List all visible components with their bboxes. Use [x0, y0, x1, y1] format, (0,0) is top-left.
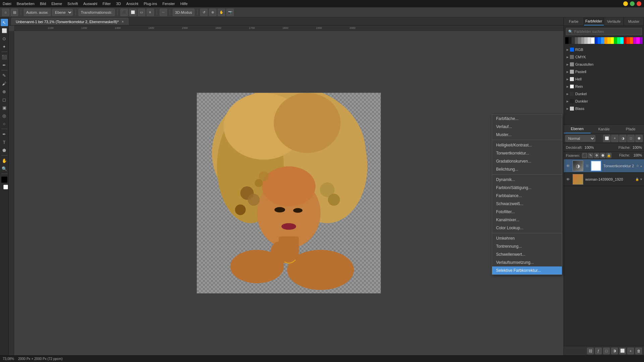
lock-transparent-btn[interactable]: ⬛: [582, 153, 587, 158]
menu-ebene[interactable]: Ebene: [51, 2, 62, 6]
color-group-hell[interactable]: ▶ Hell: [565, 75, 643, 83]
color-chip-black[interactable]: [565, 37, 569, 44]
more-options-btn[interactable]: ···: [160, 9, 167, 16]
pan-btn[interactable]: ✋: [218, 9, 225, 16]
color-chip-magenta[interactable]: [636, 37, 640, 44]
color-group-rein[interactable]: ▶ Rein: [565, 83, 643, 90]
layer-visibility-tonwert2[interactable]: 👁: [565, 163, 571, 169]
brush-tool[interactable]: 🖌: [1, 80, 8, 87]
mode-3d-btn[interactable]: 3D-Modus: [173, 9, 195, 16]
autom-select-btn[interactable]: Autom. ausw.: [24, 9, 51, 16]
color-chip-purple2[interactable]: [640, 37, 643, 44]
hand-tool[interactable]: ✋: [1, 157, 8, 164]
lock-move-btn[interactable]: ✥: [594, 153, 599, 158]
lock-artboard-btn[interactable]: ⬟: [600, 153, 605, 158]
color-chip-5[interactable]: [581, 37, 585, 44]
menu-belichtung[interactable]: Belichtung...: [492, 165, 562, 173]
color-chip-blue1[interactable]: [595, 37, 598, 44]
tab-farbfelder[interactable]: Farbfelder: [584, 17, 604, 25]
new-group-btn[interactable]: ⬜: [603, 135, 610, 142]
color-chip-7[interactable]: [588, 37, 591, 44]
opacity-value[interactable]: 100%: [585, 145, 594, 149]
camera-btn[interactable]: 📷: [226, 9, 234, 16]
dodge-tool[interactable]: ○: [1, 120, 8, 127]
menu-hilfe[interactable]: Hilfe: [180, 2, 187, 6]
menu-fenster[interactable]: Fenster: [162, 2, 175, 6]
menu-tontrennung[interactable]: Tontrennung...: [492, 242, 562, 250]
document-tab[interactable]: Unbenannt-1 bei 73,1% (Tonwertkorrektur …: [11, 18, 128, 25]
menu-selektive-farb[interactable]: Selektive Farbkorrektur...: [492, 266, 562, 275]
background-color[interactable]: [3, 185, 8, 189]
minimize-button[interactable]: [623, 1, 628, 6]
layer-visibility-woman[interactable]: 👁: [565, 177, 571, 182]
maximize-button[interactable]: [630, 1, 635, 6]
tool-options-btn[interactable]: ▤: [11, 9, 18, 16]
menu-dynamik[interactable]: Dynamik...: [492, 176, 562, 184]
menu-verlaufsumsetzung[interactable]: Verlaufsumsetzung...: [492, 258, 562, 266]
filter-btn[interactable]: ⬟: [635, 135, 643, 142]
select-tool[interactable]: ⬜: [1, 27, 8, 34]
eraser-tool[interactable]: ◻: [1, 96, 8, 103]
color-chip-blue3[interactable]: [601, 37, 604, 44]
menu-kanalmixer[interactable]: Kanalmixer...: [492, 216, 562, 224]
gradient-tool[interactable]: ▣: [1, 104, 8, 111]
menu-gradation[interactable]: Gradationskurven...: [492, 157, 562, 165]
lasso-tool[interactable]: ⊙: [1, 35, 8, 42]
align-center-btn[interactable]: ⬜: [129, 9, 137, 16]
menu-schwarzweiss[interactable]: Schwarzweiß...: [492, 200, 562, 208]
zoom-tool-btn[interactable]: ⊕: [209, 9, 216, 16]
home-button[interactable]: ⌂: [2, 9, 9, 16]
transformation-btn[interactable]: Transformationsstr.: [78, 9, 115, 16]
delete-layer-btn[interactable]: 🗑: [635, 348, 642, 354]
color-chip-purple1[interactable]: [633, 37, 636, 44]
crop-tool[interactable]: ⬛: [1, 53, 8, 61]
lock-all-btn[interactable]: 🔒: [606, 153, 611, 158]
blur-tool[interactable]: ◎: [1, 112, 8, 119]
menu-verlauf[interactable]: Verlauf...: [492, 123, 562, 131]
menu-muster[interactable]: Muster...: [492, 131, 562, 139]
new-layer-btn[interactable]: +: [611, 135, 619, 142]
distribute-btn[interactable]: ≡: [147, 9, 154, 16]
color-chip-green2[interactable]: [617, 37, 621, 44]
tab-pfade[interactable]: Pfade: [617, 125, 644, 133]
menu-farbton[interactable]: Farbton/Sättigung...: [492, 184, 562, 192]
color-group-pastell[interactable]: ▶ Pastell: [565, 68, 643, 75]
menu-color-lookup[interactable]: Color Lookup...: [492, 224, 562, 232]
menu-3d[interactable]: 3D: [116, 2, 121, 6]
menu-farbbalance[interactable]: Farbbalance...: [492, 192, 562, 200]
color-chip-6[interactable]: [584, 37, 588, 44]
lock-image-btn[interactable]: ✎: [588, 153, 593, 158]
menu-umkehren[interactable]: Umkehren: [492, 234, 562, 242]
menu-schwellenwert[interactable]: Schwellenwert...: [492, 250, 562, 258]
magic-wand-tool[interactable]: ✦: [1, 43, 8, 50]
tab-muster[interactable]: Muster: [624, 17, 644, 25]
color-chip-cyan[interactable]: [620, 37, 624, 44]
pen-tool[interactable]: ✒: [1, 130, 8, 138]
layer-item-woman[interactable]: 👁 woman-1439909_1920 🔒 ▼: [564, 173, 644, 186]
color-chip-2[interactable]: [572, 37, 575, 44]
menu-flaeche[interactable]: Farbfläche...: [492, 115, 562, 123]
tab-verlaeufe[interactable]: Verläufe: [604, 17, 624, 25]
color-search-input[interactable]: [574, 29, 640, 34]
color-group-dunkel[interactable]: ▶ Dunkel: [565, 90, 643, 98]
heal-tool[interactable]: ✎: [1, 72, 8, 79]
menu-bearbeiten[interactable]: Bearbeiten: [17, 2, 35, 6]
color-chip-orange[interactable]: [604, 37, 608, 44]
color-chip-red2[interactable]: [627, 37, 630, 44]
color-group-blass[interactable]: ▶ Blass: [565, 105, 643, 112]
add-style-btn[interactable]: ƒ: [595, 348, 602, 354]
menu-schrift[interactable]: Schrift: [67, 2, 78, 6]
align-right-btn[interactable]: ▭: [138, 9, 145, 16]
move-tool[interactable]: ↖: [1, 19, 8, 26]
adjustment-btn[interactable]: ◑: [619, 135, 627, 142]
add-mask-btn[interactable]: □: [603, 348, 610, 354]
ebene-dropdown[interactable]: Ebene: [52, 9, 73, 16]
color-group-dunkler[interactable]: ▶ Dunkler: [565, 98, 643, 105]
menu-ansicht[interactable]: Ansicht: [126, 2, 138, 6]
close-button[interactable]: [637, 1, 641, 6]
new-group-btn2[interactable]: ⬜: [619, 348, 626, 354]
color-chip-4[interactable]: [578, 37, 581, 44]
fill-value[interactable]: 100%: [633, 145, 642, 149]
color-chip-yellow1[interactable]: [607, 37, 611, 44]
color-search-bar[interactable]: 🔍: [566, 28, 642, 35]
